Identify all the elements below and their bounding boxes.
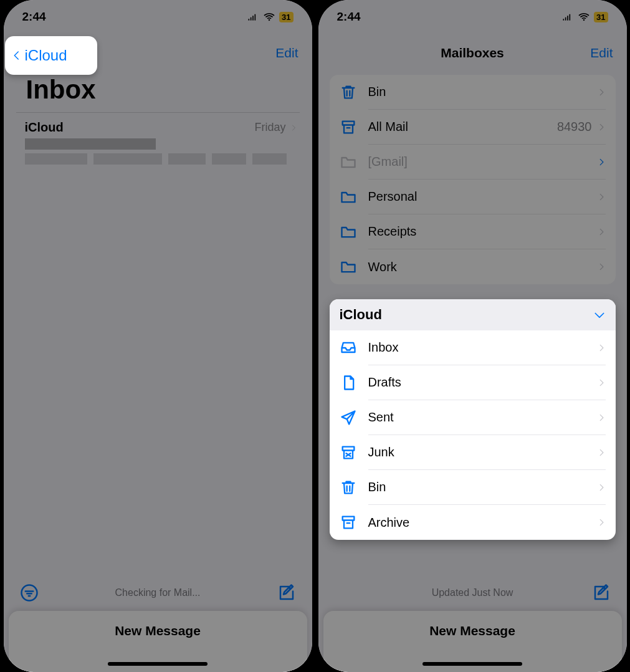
message-list: iCloud Friday [16,112,300,171]
redacted-subject [25,138,156,150]
clock: 2:44 [337,10,361,24]
edit-button[interactable]: Edit [275,46,298,60]
mailbox-row-inbox[interactable]: Inbox [330,330,616,365]
mailbox-label: Sent [368,410,394,425]
left-screenshot: 2:44 31 iCloud Edit Inbox iCloud Friday [4,0,312,672]
mailbox-label: Inbox [368,340,399,355]
chevron-right-icon [597,156,606,168]
send-icon [340,409,357,426]
clock: 2:44 [22,10,46,24]
archive-icon [340,118,357,136]
toolbar-status: Checking for Mail... [39,587,277,598]
mailbox-row-bin[interactable]: Bin [330,75,616,110]
message-sender: iCloud [25,120,64,135]
edit-button[interactable]: Edit [590,46,613,60]
mailbox-label: Work [368,260,397,274]
page-title: Inbox [26,75,96,105]
chevron-right-icon [597,517,606,528]
mailboxes-list: Bin All Mail 84930 [Gmail] Personal Rece… [330,75,616,284]
trash-icon [340,479,357,496]
mailbox-label: Bin [368,85,386,99]
mailbox-label: Bin [368,480,386,494]
wifi-icon [578,11,590,23]
mailbox-row-junk[interactable]: Junk [330,435,616,470]
home-indicator [108,662,208,666]
mailbox-row-sent[interactable]: Sent [330,400,616,435]
chevron-right-icon [597,226,606,238]
battery-level: 31 [594,12,608,22]
folder-icon [340,188,357,206]
chevron-right-icon [597,122,606,133]
mailbox-label: Receipts [368,224,417,239]
compose-button[interactable] [592,583,611,602]
mailbox-row--gmail-[interactable]: [Gmail] [330,145,616,180]
chevron-down-icon [593,309,606,321]
signal-icon [247,11,259,23]
message-row[interactable]: iCloud Friday [16,112,300,171]
chevron-right-icon [597,87,606,98]
folder-icon [340,258,357,276]
folder-icon [340,223,357,241]
junk-icon [340,444,357,461]
mailbox-row-archive[interactable]: Archive [330,505,616,540]
mailbox-label: Junk [368,445,394,459]
chevron-right-icon [290,123,297,133]
signal-icon [561,11,574,23]
status-bar: 2:44 31 [4,0,312,34]
mailbox-label: [Gmail] [368,155,408,169]
inbox-icon [340,339,357,357]
chevron-right-icon [597,261,606,272]
redacted-preview [25,153,297,165]
mailbox-row-all-mail[interactable]: All Mail 84930 [330,110,616,145]
bottom-toolbar: Checking for Mail... [4,575,312,611]
chevron-left-icon [11,47,22,64]
nav-bar: Mailboxes Edit [318,37,627,69]
mailbox-row-work[interactable]: Work [330,249,616,284]
mailbox-label: All Mail [368,120,408,134]
mailbox-count: 84930 [557,120,592,134]
doc-icon [340,374,357,391]
mailbox-row-personal[interactable]: Personal [330,180,616,214]
back-button-highlight[interactable]: iCloud [5,36,97,75]
icloud-section-header[interactable]: iCloud [330,299,616,330]
wifi-icon [263,11,275,23]
bottom-toolbar: Updated Just Now [318,575,627,611]
trash-icon [340,84,357,101]
filter-button[interactable] [20,583,39,602]
mailbox-label: Archive [368,516,410,530]
page-title: Mailboxes [318,46,627,60]
battery-level: 31 [279,12,293,22]
toolbar-status: Updated Just Now [353,587,592,598]
mailbox-label: Personal [368,190,418,204]
chevron-right-icon [597,412,606,423]
chevron-right-icon [597,191,606,203]
mailbox-label: Drafts [368,375,401,390]
mailbox-row-drafts[interactable]: Drafts [330,365,616,400]
right-screenshot: 2:44 31 Mailboxes Edit Bin All Mail 8493… [318,0,627,672]
folder-icon [340,153,357,171]
status-bar: 2:44 31 [318,0,627,34]
chevron-right-icon [597,447,606,458]
message-date: Friday [254,121,297,134]
archive-icon [340,514,357,531]
chevron-right-icon [597,342,606,353]
mailbox-row-bin[interactable]: Bin [330,470,616,505]
chevron-right-icon [597,482,606,493]
home-indicator [422,662,522,666]
mailbox-row-receipts[interactable]: Receipts [330,214,616,249]
chevron-right-icon [597,377,606,388]
icloud-mailboxes-panel: iCloud Inbox Drafts Sent Junk Bin [330,299,616,540]
compose-button[interactable] [277,583,296,602]
